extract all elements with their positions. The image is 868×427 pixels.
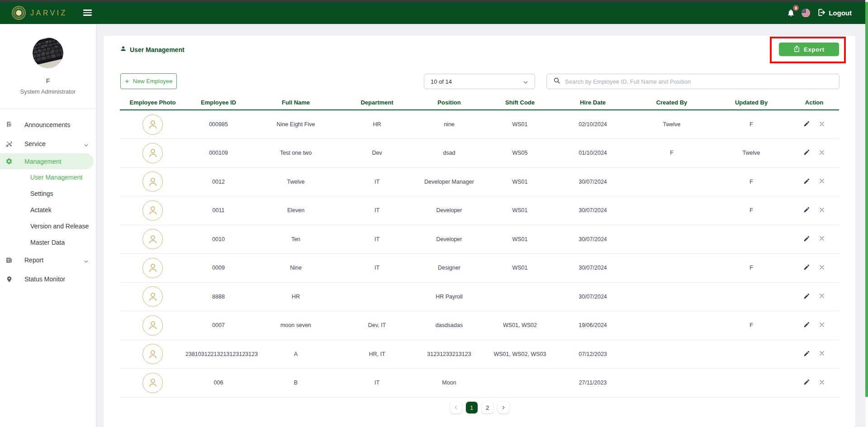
search-input[interactable] [565,78,818,85]
hire-date-cell: 27/11/2023 [555,369,630,398]
employee-photo-cell [120,196,185,225]
created-by-cell: Twelve [630,110,713,139]
column-header: Full Name [251,95,340,110]
edit-button[interactable] [802,264,811,272]
edit-button[interactable] [802,293,811,301]
edit-button[interactable] [802,149,811,157]
profile-avatar[interactable] [33,38,63,68]
position-cell: Developer [414,196,484,225]
updated-by-cell: F [713,110,789,139]
sidebar-item-report[interactable]: Report [0,251,96,270]
announcements-icon [5,121,13,128]
pencil-icon [803,206,810,214]
page-size-select[interactable]: 10 of 14 [424,74,535,89]
table-row: 000109Test one twoDevdsadWS0501/10/2024F… [120,139,839,168]
language-flag-icon[interactable] [802,9,810,17]
employee-avatar-icon [142,258,163,278]
close-icon [819,207,825,214]
sidebar-item-settings[interactable]: Settings [0,185,96,202]
sidebar-item-status-monitor[interactable]: Status Monitor [0,270,96,289]
shift-code-cell: WS01 [484,254,555,283]
sidebar-item-service[interactable]: Service [0,134,96,153]
delete-button[interactable] [818,120,826,128]
sidebar-item-management[interactable]: Management [0,153,94,169]
pagination-next-button[interactable] [498,402,509,413]
delete-button[interactable] [818,379,826,387]
delete-button[interactable] [818,264,826,272]
pencil-icon [803,350,810,358]
edit-button[interactable] [802,120,811,128]
edit-button[interactable] [802,206,811,214]
action-cell [789,369,839,398]
employee-photo-cell [120,139,185,168]
sidebar-item-announcements[interactable]: Announcements [0,115,96,134]
edit-button[interactable] [802,235,811,243]
sidebar-item-user-management[interactable]: User Management [0,169,96,185]
position-cell: Designer [414,254,484,283]
delete-button[interactable] [818,178,826,186]
edit-button[interactable] [802,379,811,387]
logout-button[interactable]: Logout [817,8,852,18]
sidebar-item-master-data[interactable]: Master Data [0,234,96,251]
hamburger-menu-icon[interactable] [83,8,92,17]
scrollbar-thumb[interactable] [865,2,868,397]
pagination-page-1[interactable]: 1 [466,402,478,413]
close-icon [819,350,825,358]
edit-button[interactable] [802,321,811,329]
employee-id-cell: 000109 [185,139,251,168]
sidebar-item-version-and-release[interactable]: Version and Release [0,218,96,234]
department-cell: IT [340,254,414,283]
pagination-page-2[interactable]: 2 [482,402,493,413]
sidebar-item-actatek[interactable]: Actatek [0,202,96,218]
employee-avatar-icon [142,200,163,221]
edit-button[interactable] [802,178,811,186]
delete-button[interactable] [818,321,826,329]
full-name-cell: A [251,340,340,369]
employee-id-cell: 8888 [185,282,251,311]
management-icon [5,158,13,165]
pagination-prev-button[interactable] [450,402,462,413]
shift-code-cell [484,282,555,311]
sidebar-item-label: Master Data [30,239,65,246]
table-row: 0012TwelveITDeveloper ManagerWS0130/07/2… [120,167,839,196]
created-by-cell [630,311,713,340]
employee-photo-cell [120,311,185,340]
delete-button[interactable] [818,293,826,301]
sidebar-item-label: Actatek [30,206,52,214]
sidebar-item-label: Status Monitor [24,275,65,283]
page-title: User Management [120,45,185,54]
export-label: Export [804,46,825,53]
profile-role: System Administrator [0,88,96,95]
hire-date-cell: 30/07/2024 [555,167,630,196]
shift-code-cell: WS01 [484,167,555,196]
table-row: 0007moon sevenDev, ITdasdsadasWS01, WS02… [120,311,839,340]
delete-button[interactable] [818,350,826,358]
column-header: Department [340,95,414,110]
table-row: 0011ElevenITDeveloperWS0130/07/2024F [120,196,839,225]
notifications-button[interactable]: 8 [787,8,795,18]
employee-avatar-icon [142,229,163,249]
brand: JARVIZ [12,2,67,24]
employee-avatar-icon [142,143,163,163]
export-button[interactable]: Export [779,43,839,56]
delete-button[interactable] [818,235,826,243]
sidebar-item-label: Version and Release [30,223,89,230]
delete-button[interactable] [818,149,826,157]
edit-button[interactable] [802,350,811,358]
full-name-cell: Test one two [251,139,340,168]
new-employee-button[interactable]: + New Employee [120,73,177,89]
report-icon [5,256,13,264]
brand-logo-icon [12,6,26,20]
sidebar-menu: AnnouncementsServiceManagementUser Manag… [0,115,96,289]
pencil-icon [803,178,810,186]
delete-button[interactable] [818,206,826,214]
employee-avatar-icon [142,114,163,135]
hire-date-cell: 30/07/2024 [555,254,630,283]
column-header: Updated By [713,95,789,110]
shift-code-cell: WS05 [484,139,555,168]
action-cell [789,167,839,196]
chevron-down-icon [84,258,89,263]
bell-icon [787,11,795,19]
hire-date-cell: 30/07/2024 [555,196,630,225]
full-name-cell: B [251,369,340,398]
